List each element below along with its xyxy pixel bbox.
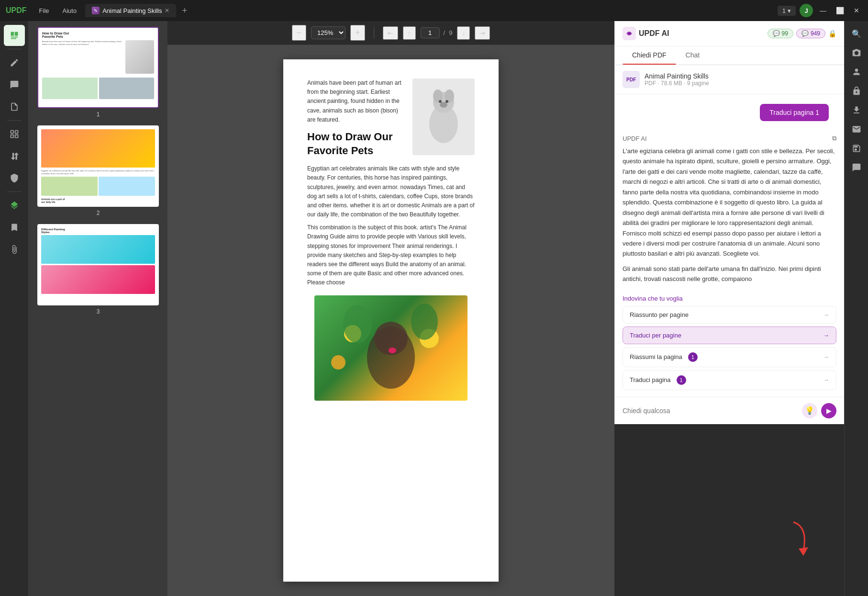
suggestion-badge-3: 1 bbox=[677, 375, 686, 385]
sidebar-icon-annotate[interactable] bbox=[4, 74, 25, 95]
copy-icon[interactable]: ⧉ bbox=[832, 135, 836, 142]
menu-file[interactable]: File bbox=[34, 5, 54, 16]
ai-response-para-2: Gli animali sono stati parte dell'arte u… bbox=[623, 264, 836, 284]
menu-aiuto[interactable]: Aiuto bbox=[58, 5, 82, 16]
suggestion-arrow-3: → bbox=[823, 376, 829, 383]
red-arrow-indicator bbox=[789, 517, 818, 558]
svg-rect-2 bbox=[11, 37, 18, 38]
pdf-content: Animals have been part of human art from… bbox=[167, 45, 614, 596]
minimize-btn[interactable]: — bbox=[817, 7, 829, 14]
thumbnail-img-2: Egyptian art celebrates animals like cat… bbox=[37, 125, 159, 207]
svg-rect-4 bbox=[11, 131, 13, 134]
sidebar-icon-read[interactable] bbox=[4, 25, 25, 46]
ai-panel: UPDF AI 💬 99 💬 949 🔒 Chiedi PDF bbox=[614, 21, 844, 424]
thumbnail-img-3: Different PaintingStyles bbox=[37, 224, 159, 305]
tab-chiedi-pdf[interactable]: Chiedi PDF bbox=[623, 46, 676, 65]
sidebar-divider-2 bbox=[7, 120, 22, 121]
zoom-select[interactable]: 125% 50% 75% 100% 150% 200% bbox=[311, 26, 345, 39]
svg-rect-0 bbox=[11, 32, 14, 36]
right-photo-icon[interactable] bbox=[848, 63, 865, 80]
nav-prev-btn[interactable]: ↑ bbox=[403, 26, 416, 40]
ai-logo-text: UPDF AI bbox=[639, 29, 669, 38]
suggestion-arrow-2: → bbox=[823, 353, 829, 360]
suggestion-riassunto-pagine[interactable]: Riassunto per pagine → bbox=[623, 306, 836, 324]
sidebar-icon-pages[interactable] bbox=[4, 96, 25, 117]
page-nav: / 9 bbox=[421, 27, 453, 38]
ai-panel-wrapper: UPDF AI 💬 99 💬 949 🔒 Chiedi PDF bbox=[614, 21, 844, 596]
zoom-out-btn[interactable]: − bbox=[292, 25, 307, 41]
file-info: Animal Painting Skills PDF · 78.6 MB · 9… bbox=[645, 72, 836, 87]
file-icon: PDF bbox=[623, 71, 640, 88]
suggestion-label-2: Riassumi la pagina bbox=[630, 353, 682, 360]
thumbnail-1[interactable]: How to Draw OurFavorite Pets Animals hav… bbox=[33, 27, 164, 118]
sidebar-icon-layers[interactable] bbox=[4, 195, 25, 216]
right-search-icon[interactable]: 🔍 bbox=[848, 25, 865, 42]
ai-response-header: UPDF AI ⧉ bbox=[623, 135, 836, 142]
thumbnail-3[interactable]: Different PaintingStyles 3 bbox=[33, 224, 164, 315]
zoom-in-btn[interactable]: + bbox=[350, 25, 365, 41]
tab-chat[interactable]: Chat bbox=[676, 46, 710, 65]
pdf-body-1: Egyptian art celebrates animals like cat… bbox=[307, 164, 475, 219]
pdf-page: Animals have been part of human art from… bbox=[283, 59, 499, 582]
translate-page-btn[interactable]: Traduci pagina 1 bbox=[760, 104, 829, 121]
sidebar-icon-ocr[interactable] bbox=[4, 124, 25, 145]
svg-point-19 bbox=[343, 305, 372, 343]
dog-sketch bbox=[412, 79, 475, 155]
suggestion-label-1: Traduci per pagine bbox=[630, 332, 681, 339]
svg-rect-1 bbox=[14, 32, 18, 36]
tab-title: Animal Painting Skills bbox=[102, 7, 162, 14]
ai-bulb-icon[interactable]: 💡 bbox=[802, 403, 817, 418]
sidebar-icon-convert[interactable] bbox=[4, 146, 25, 167]
ai-logo-icon bbox=[623, 27, 636, 40]
page-chevron: ▾ bbox=[788, 7, 791, 14]
svg-point-12 bbox=[439, 100, 442, 103]
active-tab[interactable]: ✎ Animal Painting Skills ✕ bbox=[85, 4, 176, 17]
page-separator: / bbox=[444, 29, 445, 36]
file-name: Animal Painting Skills bbox=[645, 72, 836, 80]
pdf-body-2: This combination is the subject of this … bbox=[307, 223, 475, 287]
nav-next-btn[interactable]: ↓ bbox=[457, 26, 470, 40]
tab-add-btn[interactable]: + bbox=[182, 6, 187, 16]
nav-first-btn[interactable]: ⇤ bbox=[383, 26, 398, 40]
close-btn[interactable]: ✕ bbox=[851, 7, 862, 14]
sidebar-divider-1 bbox=[7, 49, 22, 49]
suggestion-label-3: Traduci pagina bbox=[630, 376, 671, 383]
right-save-icon[interactable] bbox=[848, 140, 865, 157]
sidebar-icon-edit[interactable] bbox=[4, 52, 25, 73]
page-current: 1 bbox=[782, 7, 786, 14]
nav-last-btn[interactable]: ⇥ bbox=[475, 26, 490, 40]
app-logo: UPDF bbox=[6, 6, 27, 15]
suggestion-riassumi-pagina[interactable]: Riassumi la pagina 1 → bbox=[623, 347, 836, 367]
svg-rect-6 bbox=[11, 135, 13, 138]
badge-purple-icon: 💬 bbox=[801, 30, 809, 37]
file-meta: PDF · 78.6 MB · 9 pagine bbox=[645, 80, 836, 87]
sidebar-icon-protect[interactable] bbox=[4, 168, 25, 189]
thumbnail-2[interactable]: Egyptian art celebrates animals like cat… bbox=[33, 125, 164, 216]
badge-green-icon: 💬 bbox=[773, 30, 780, 37]
thumbnail-panel: How to Draw OurFavorite Pets Animals hav… bbox=[29, 21, 167, 596]
translate-btn-container: Traduci pagina 1 bbox=[615, 94, 844, 129]
thumbnail-label-3: 3 bbox=[97, 308, 100, 315]
ai-send-btn[interactable]: ▶ bbox=[821, 403, 836, 418]
badge-purple-value: 949 bbox=[811, 30, 820, 37]
ai-response-para-1: L'arte egiziana celebra gli animali come… bbox=[623, 146, 836, 259]
tab-close-btn[interactable]: ✕ bbox=[165, 7, 169, 14]
right-mail-icon[interactable] bbox=[848, 121, 865, 138]
suggestion-traduci-pagina[interactable]: Traduci pagina 1 → bbox=[623, 370, 836, 390]
right-ocr-icon[interactable] bbox=[848, 44, 865, 61]
left-sidebar bbox=[0, 21, 29, 596]
right-lock-icon[interactable] bbox=[848, 82, 865, 100]
page-number-input[interactable] bbox=[421, 27, 440, 38]
right-chat-icon[interactable] bbox=[848, 159, 865, 176]
ai-badges: 💬 99 💬 949 🔒 bbox=[768, 29, 836, 38]
sidebar-icon-attach[interactable] bbox=[4, 239, 25, 260]
suggestion-traduci-pagine[interactable]: Traduci per pagine → bbox=[623, 326, 836, 344]
right-export-icon[interactable] bbox=[848, 101, 865, 119]
tab-icon: ✎ bbox=[92, 7, 100, 14]
maximize-btn[interactable]: ⬜ bbox=[833, 7, 847, 14]
ai-chat-input[interactable] bbox=[623, 407, 798, 415]
dog-flower-photo bbox=[314, 295, 467, 401]
sidebar-icon-bookmark[interactable] bbox=[4, 217, 25, 238]
badge-purple: 💬 949 bbox=[796, 29, 825, 38]
right-edge-sidebar: 🔍 bbox=[844, 21, 868, 596]
